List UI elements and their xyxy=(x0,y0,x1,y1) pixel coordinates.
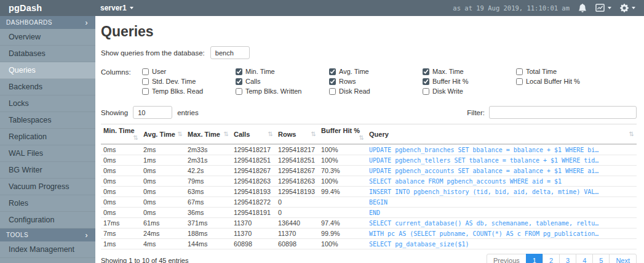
sidebar-item-roles[interactable]: Roles xyxy=(0,195,95,212)
column-header-calls[interactable]: Calls⇅ xyxy=(231,124,276,145)
table-row: 0ms0ms42.2s1295418267129541826770.3%UPDA… xyxy=(101,166,637,176)
checkbox-label: Temp Blks. Written xyxy=(245,87,302,95)
sidebar-item-locks[interactable]: Locks xyxy=(0,95,95,112)
checkbox-disk-write[interactable]: Disk Write xyxy=(423,87,516,95)
checkbox-input[interactable] xyxy=(423,88,429,95)
table-row: 0ms0ms36ms12954181910END xyxy=(101,208,637,218)
checkbox-input[interactable] xyxy=(142,68,149,75)
query-link[interactable]: BEGIN xyxy=(367,197,637,208)
sidebar-item-replication[interactable]: Replication xyxy=(0,129,95,145)
table-row: 0ms0ms79ms12954182631295418263100%SELECT… xyxy=(101,176,637,187)
topbar-actions: as at 19 Aug 2019, 11:10:01 am xyxy=(453,4,644,12)
checkbox-group-4: Max. Time Buffer Hit % Disk Write xyxy=(423,68,516,97)
top-bar: pgDash server1 as at 19 Aug 2019, 11:10:… xyxy=(0,0,644,16)
checkbox-input[interactable] xyxy=(329,68,336,75)
checkbox-input[interactable] xyxy=(236,88,242,95)
sidebar-section-tools[interactable]: TOOLS › xyxy=(0,229,95,241)
checkbox-temp-blks-read[interactable]: Temp Blks. Read xyxy=(142,87,236,95)
server-selector[interactable]: server1 xyxy=(100,4,133,12)
column-header-min-time[interactable]: Min. Time⇅ xyxy=(101,124,141,145)
checkbox-input[interactable] xyxy=(423,68,429,75)
table-row: 7ms24ms188ms113701137099.9%WITH pc AS (S… xyxy=(101,229,637,239)
sidebar-item-configuration[interactable]: Configuration xyxy=(0,212,95,229)
page-button-3[interactable]: 3 xyxy=(559,254,576,263)
checkbox-input[interactable] xyxy=(236,68,242,75)
checkbox-calls[interactable]: Calls xyxy=(236,78,329,85)
section-label: TOOLS xyxy=(6,232,28,238)
filter-input[interactable] xyxy=(489,106,637,119)
checkbox-input[interactable] xyxy=(516,68,523,75)
checkbox-total-time[interactable]: Total Time xyxy=(516,68,580,75)
line-chart-icon xyxy=(595,4,605,12)
query-link[interactable]: WITH pc AS (SELECT pubname, COUNT(*) AS … xyxy=(367,229,637,239)
query-link[interactable]: SELECT abalance FROM pgbench_accounts WH… xyxy=(367,176,637,187)
checkbox-avg-time[interactable]: Avg. Time xyxy=(329,68,423,75)
checkbox-input[interactable] xyxy=(142,78,149,85)
query-link[interactable]: SELECT pg_database_size($1) xyxy=(367,239,637,249)
settings-menu-button[interactable] xyxy=(620,4,635,12)
chevron-down-icon xyxy=(632,7,635,9)
previous-page-button[interactable]: Previous xyxy=(487,254,527,263)
checkbox-label: Disk Write xyxy=(432,87,463,95)
checkbox-input[interactable] xyxy=(236,78,242,85)
checkbox-local-buffer-hit[interactable]: Local Buffer Hit % xyxy=(516,78,580,85)
sidebar-item-wal-files[interactable]: WAL Files xyxy=(0,145,95,162)
checkbox-disk-read[interactable]: Disk Read xyxy=(329,87,423,95)
table-cell: 0ms xyxy=(101,166,141,176)
column-header-max-time[interactable]: Max. Time⇅ xyxy=(185,124,231,145)
checkbox-input[interactable] xyxy=(423,78,429,85)
checkbox-user[interactable]: User xyxy=(142,68,236,75)
checkbox-input[interactable] xyxy=(142,88,149,95)
checkbox-label: Min. Time xyxy=(245,68,275,75)
sidebar-item-queries[interactable]: Queries xyxy=(0,62,95,79)
checkbox-min-time[interactable]: Min. Time xyxy=(236,68,329,75)
table-cell: 188ms xyxy=(185,229,231,239)
page-button-1[interactable]: 1 xyxy=(526,254,543,263)
table-cell: 7ms xyxy=(101,229,141,239)
checkbox-temp-blks-written[interactable]: Temp Blks. Written xyxy=(236,87,329,95)
sort-icon: ⇅ xyxy=(268,131,273,137)
page-button-5[interactable]: 5 xyxy=(592,254,610,263)
charts-menu-button[interactable] xyxy=(595,4,611,12)
table-cell: 0ms xyxy=(141,166,185,176)
sidebar-item-vacuum-progress[interactable]: Vacuum Progress xyxy=(0,179,95,195)
checkbox-rows[interactable]: Rows xyxy=(329,78,423,85)
query-link[interactable]: UPDATE pgbench_tellers SET tbalance = tb… xyxy=(367,155,637,166)
sidebar-item-tablespaces[interactable]: Tablespaces xyxy=(0,112,95,129)
sidebar-item-databases[interactable]: Databases xyxy=(0,46,95,62)
query-link[interactable]: END xyxy=(367,208,637,218)
section-label: DASHBOARDS xyxy=(6,19,52,26)
database-input[interactable] xyxy=(210,46,250,59)
sidebar-item-bg-writer[interactable]: BG Writer xyxy=(0,162,95,179)
checkbox-max-time[interactable]: Max. Time xyxy=(423,68,516,75)
query-link[interactable]: SELECT current_database() AS db, scheman… xyxy=(367,218,637,229)
next-page-button[interactable]: Next xyxy=(609,254,637,263)
checkbox-label: Rows xyxy=(339,78,356,85)
checkbox-input[interactable] xyxy=(329,78,336,85)
column-header-buffer-hit[interactable]: Buffer Hit %⇅ xyxy=(319,124,367,145)
checkbox-input[interactable] xyxy=(516,78,523,85)
sidebar-item-index-management[interactable]: Index Management xyxy=(0,241,95,258)
checkbox-group-2: Min. Time Calls Temp Blks. Written xyxy=(236,68,329,97)
sidebar-item-overview[interactable]: Overview xyxy=(0,29,95,46)
query-link[interactable]: INSERT INTO pgbench_history (tid, bid, a… xyxy=(367,187,637,197)
entries-count-input[interactable] xyxy=(133,106,172,119)
checkbox-label: Disk Read xyxy=(339,87,370,95)
table-cell: 1295418251 xyxy=(276,155,319,166)
checkbox-buffer-hit[interactable]: Buffer Hit % xyxy=(423,78,516,85)
checkbox-std-dev-time[interactable]: Std. Dev. Time xyxy=(142,78,236,85)
page-button-4[interactable]: 4 xyxy=(576,254,593,263)
sidebar-item-backends[interactable]: Backends xyxy=(0,79,95,95)
page-button-2[interactable]: 2 xyxy=(543,254,560,263)
notifications-button[interactable] xyxy=(578,4,587,12)
checkbox-input[interactable] xyxy=(329,88,336,95)
pagination: Previous 1 2 3 4 5 Next xyxy=(487,254,637,263)
checkbox-group-5: Total Time Local Buffer Hit % xyxy=(516,68,580,97)
column-header-rows[interactable]: Rows⇅ xyxy=(276,124,319,145)
pgdash-logo[interactable]: pgDash xyxy=(0,3,95,13)
sidebar-section-dashboards[interactable]: DASHBOARDS › xyxy=(0,16,95,29)
column-header-avg-time[interactable]: Avg. Time⇅ xyxy=(141,124,185,145)
column-header-query[interactable]: Query⇅ xyxy=(367,124,637,145)
query-link[interactable]: UPDATE pgbench_branches SET bbalance = b… xyxy=(367,144,637,155)
query-link[interactable]: UPDATE pgbench_accounts SET abalance = a… xyxy=(367,166,637,176)
